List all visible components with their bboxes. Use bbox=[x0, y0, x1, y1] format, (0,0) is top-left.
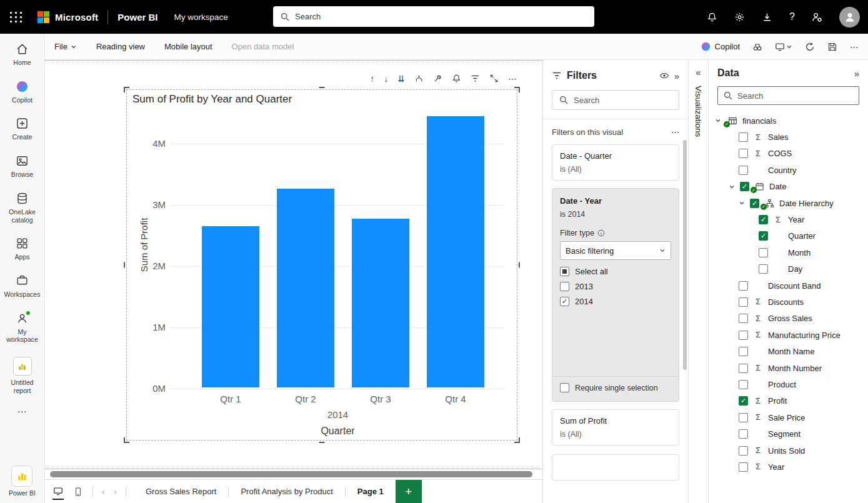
resize-handle[interactable] bbox=[124, 437, 129, 443]
field-checkbox[interactable] bbox=[739, 281, 748, 291]
field-row-sale-price[interactable]: ΣSale Price bbox=[709, 409, 868, 426]
field-checkbox[interactable] bbox=[739, 462, 748, 472]
download-icon[interactable] bbox=[762, 12, 772, 22]
more-options-icon[interactable]: ⋯ bbox=[508, 74, 517, 83]
resize-handle[interactable] bbox=[514, 437, 520, 443]
help-icon[interactable]: ? bbox=[789, 11, 795, 22]
field-checkbox[interactable] bbox=[739, 429, 748, 439]
chart-bar[interactable] bbox=[427, 116, 484, 387]
filters-search-input[interactable] bbox=[574, 96, 684, 105]
field-row-units-sold[interactable]: ΣUnits Sold bbox=[709, 442, 868, 459]
new-page-button[interactable]: + bbox=[396, 480, 422, 503]
field-checkbox[interactable] bbox=[739, 314, 748, 323]
horizontal-scrollbar[interactable] bbox=[45, 469, 542, 479]
sidebar-item-browse[interactable]: Browse bbox=[2, 148, 43, 186]
field-row-discount-band[interactable]: Discount Band bbox=[709, 277, 868, 294]
field-row-product[interactable]: Product bbox=[709, 376, 868, 392]
filter-card-sum-of-profit[interactable]: Sum of Profit is (All) bbox=[552, 409, 679, 446]
focus-mode-icon[interactable] bbox=[489, 74, 499, 83]
option-checkbox[interactable] bbox=[560, 267, 569, 276]
chart-bar[interactable] bbox=[352, 219, 409, 387]
field-row-date[interactable]: Date bbox=[709, 179, 868, 195]
expand-next-level-icon[interactable] bbox=[414, 74, 424, 83]
field-checkbox[interactable] bbox=[750, 199, 759, 208]
view-monitor-dropdown[interactable] bbox=[775, 42, 792, 52]
filters-scrollbar-thumb[interactable] bbox=[683, 140, 687, 370]
field-row-year[interactable]: ΣYear bbox=[709, 211, 868, 227]
field-row-gross-sales[interactable]: ΣGross Sales bbox=[709, 311, 868, 327]
sidebar-item-create[interactable]: Create bbox=[2, 111, 43, 148]
refresh-icon[interactable] bbox=[805, 42, 815, 52]
field-checkbox[interactable] bbox=[739, 331, 748, 340]
explore-icon[interactable] bbox=[752, 42, 762, 52]
field-row-segment[interactable]: Segment bbox=[709, 426, 868, 442]
field-row-day[interactable]: Day bbox=[709, 261, 868, 277]
field-checkbox[interactable] bbox=[739, 380, 748, 389]
page-tab-profit-analysis-by-product[interactable]: Profit Analysis by Product bbox=[229, 480, 344, 503]
copilot-button[interactable]: Copilot bbox=[701, 41, 740, 52]
filter-card-date-year[interactable]: Date - Year is 2014 Filter type Basic fi… bbox=[552, 188, 679, 402]
global-search-input[interactable] bbox=[295, 12, 587, 21]
expand-all-icon[interactable]: ⇊ bbox=[397, 74, 405, 83]
field-row-month-name[interactable]: Month Name bbox=[709, 343, 868, 359]
field-row-discounts[interactable]: ΣDiscounts bbox=[709, 294, 868, 310]
resize-handle[interactable] bbox=[124, 262, 125, 268]
page-tab-page-1[interactable]: Page 1 bbox=[346, 480, 396, 503]
filter-card-date-quarter[interactable]: Date - Quarter is (All) bbox=[552, 144, 679, 181]
resize-handle[interactable] bbox=[319, 442, 325, 443]
expand-pane-icon[interactable]: « bbox=[696, 67, 701, 77]
filters-search[interactable] bbox=[552, 90, 679, 110]
collapse-pane-icon[interactable]: » bbox=[674, 71, 679, 81]
filter-icon[interactable] bbox=[471, 74, 480, 83]
drill-down-icon[interactable]: ↓ bbox=[384, 74, 388, 83]
nav-more-button[interactable]: ⋯ bbox=[17, 406, 27, 417]
filter-option-2014[interactable]: 2014 bbox=[560, 297, 671, 306]
field-checkbox[interactable] bbox=[739, 396, 748, 406]
field-checkbox[interactable] bbox=[759, 248, 768, 257]
field-checkbox[interactable] bbox=[759, 215, 768, 224]
chevron-down-icon[interactable] bbox=[729, 184, 736, 190]
reading-view-button[interactable]: Reading view bbox=[96, 42, 145, 51]
sidebar-item-apps[interactable]: Apps bbox=[2, 231, 43, 268]
powerbi-logo[interactable]: Power BI bbox=[9, 466, 36, 497]
eye-icon[interactable] bbox=[659, 71, 669, 81]
field-row-date-hierarchy[interactable]: Date Hierarchy bbox=[709, 195, 868, 211]
filter-card-partial[interactable] bbox=[552, 454, 679, 481]
filter-option-select-all[interactable]: Select all bbox=[560, 267, 671, 276]
account-settings-icon[interactable] bbox=[812, 12, 822, 22]
file-menu[interactable]: File bbox=[54, 42, 77, 51]
field-checkbox[interactable] bbox=[739, 297, 748, 307]
open-data-model-button[interactable]: Open data model bbox=[232, 42, 294, 51]
mobile-layout-button[interactable]: Mobile layout bbox=[164, 42, 212, 51]
require-single-selection[interactable]: Require single selection bbox=[552, 376, 679, 394]
sidebar-item-home[interactable]: Home bbox=[2, 36, 43, 74]
app-launcher-icon[interactable] bbox=[10, 12, 22, 22]
chevron-down-icon[interactable] bbox=[739, 200, 746, 206]
collapse-pane-icon[interactable]: » bbox=[854, 69, 859, 78]
sidebar-item-workspaces[interactable]: Workspaces bbox=[2, 268, 43, 306]
resize-handle[interactable] bbox=[514, 87, 520, 92]
field-row-profit[interactable]: ΣProfit bbox=[709, 393, 868, 409]
avatar[interactable] bbox=[839, 7, 860, 27]
resize-handle[interactable] bbox=[519, 262, 520, 268]
drill-up-icon[interactable]: ↑ bbox=[370, 74, 374, 83]
filter-type-dropdown[interactable]: Basic filtering bbox=[560, 241, 671, 260]
sidebar-item-copilot[interactable]: Copilot bbox=[2, 74, 43, 111]
field-checkbox[interactable] bbox=[739, 413, 748, 422]
notifications-bell-icon[interactable] bbox=[707, 12, 717, 22]
require-single-selection-checkbox[interactable] bbox=[560, 383, 569, 392]
field-row-sales[interactable]: ΣSales bbox=[709, 129, 868, 145]
field-checkbox[interactable] bbox=[739, 446, 748, 456]
pin-icon[interactable] bbox=[433, 74, 442, 83]
next-page-icon[interactable]: › bbox=[114, 486, 117, 497]
alert-icon[interactable] bbox=[452, 74, 461, 83]
previous-page-icon[interactable]: ‹ bbox=[102, 486, 105, 497]
global-search[interactable] bbox=[273, 6, 594, 27]
app-name[interactable]: Power BI bbox=[117, 12, 157, 22]
field-checkbox[interactable] bbox=[739, 347, 748, 356]
field-row-quarter[interactable]: Quarter bbox=[709, 228, 868, 244]
report-canvas[interactable]: ↑↓⇊⋯ Sum of Profit by Year and Quarter S… bbox=[45, 60, 542, 469]
field-row-month[interactable]: Month bbox=[709, 244, 868, 261]
field-checkbox[interactable] bbox=[740, 182, 749, 191]
field-row-manufacturing-price[interactable]: ΣManufacturing Price bbox=[709, 327, 868, 343]
